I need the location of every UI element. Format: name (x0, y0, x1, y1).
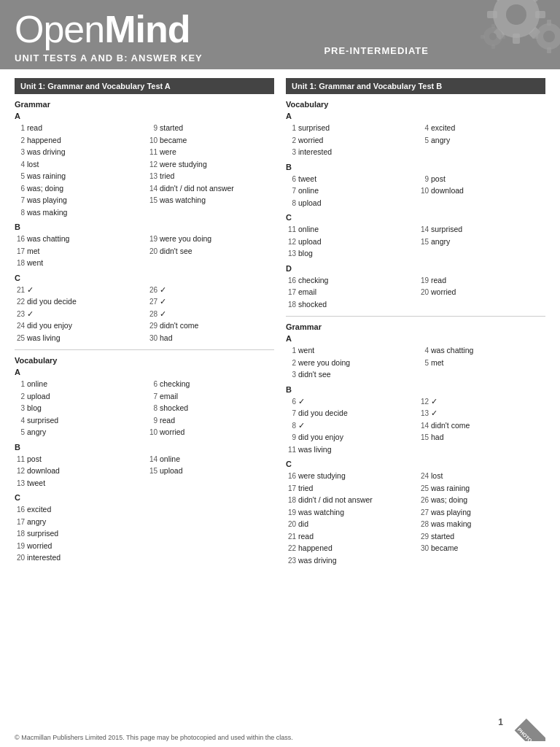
answer-num: 11 (286, 224, 296, 236)
answer-num: 3 (286, 369, 296, 381)
answer-item: 19were you doing (147, 233, 274, 245)
answer-item: 17met (15, 245, 141, 258)
answer-val: ✓ (27, 308, 34, 320)
vocab-b-section-c-label: C (286, 213, 545, 222)
answer-val: went (298, 344, 314, 356)
answer-num: 12 (419, 396, 429, 408)
answer-val: read (160, 414, 175, 426)
answer-item: 27✓ (147, 295, 274, 308)
answer-item: 19was watching (286, 506, 413, 519)
answer-num: 2 (15, 135, 25, 147)
answer-item: 26was; doing (419, 494, 545, 506)
answer-item: 13tried (147, 170, 274, 182)
answer-num: 12 (15, 465, 25, 477)
answer-val: interested (298, 146, 332, 158)
vocab-label-a: Vocabulary (15, 356, 274, 365)
answer-item: 23was driving (286, 554, 413, 567)
answer-num: 6 (286, 174, 296, 185)
answer-val: worried (431, 286, 456, 298)
answer-item: 2were you doing (286, 357, 413, 369)
test-b-header: Unit 1: Grammar and Vocabulary Test B (286, 78, 545, 94)
answer-num: 29 (147, 320, 158, 332)
answer-item: 5met (419, 357, 545, 369)
answer-item: 11post (15, 453, 141, 465)
answer-val: download (431, 185, 464, 196)
svg-rect-13 (547, 47, 551, 53)
answer-num: 4 (419, 345, 429, 357)
answer-val: was playing (431, 506, 471, 518)
test-a-column: Unit 1: Grammar and Vocabulary Test A Gr… (15, 78, 274, 570)
answer-item: 1online (15, 378, 141, 390)
answer-item: 14didn't / did not answer (147, 182, 274, 195)
grammar-a-section-b-label: B (15, 222, 274, 231)
answer-item: 11online (286, 223, 413, 236)
answer-item: 16were studying (286, 470, 413, 482)
answer-num: 1 (15, 379, 25, 390)
grammar-a-sectionB-answers: 16was chatting17met18went 19were you doi… (15, 233, 274, 269)
answer-num: 16 (286, 275, 296, 287)
answer-item: 20did (286, 518, 413, 530)
answer-item: 6tweet (286, 173, 413, 185)
answer-item: 2worried (286, 134, 413, 147)
answer-val: angry (431, 236, 450, 247)
answer-item: 14surprised (419, 223, 545, 236)
answer-num: 14 (419, 224, 429, 236)
answer-item: 25was living (15, 332, 141, 344)
answer-num: 17 (286, 483, 296, 495)
answer-item: 26✓ (147, 284, 274, 296)
answer-val: didn't see (160, 245, 192, 257)
answer-item: 4was chatting (419, 344, 545, 357)
answer-val: upload (27, 390, 50, 402)
answer-num: 28 (419, 519, 429, 530)
photocopiable-badge-container: PHOTOCOPIABLE (508, 703, 545, 741)
answer-val: ✓ (298, 395, 305, 407)
answer-num: 3 (15, 147, 25, 158)
grammar-b-sectionB-left: 6✓7did you decide8✓9did you enjoy11was l… (286, 395, 413, 456)
answer-num: 10 (147, 135, 158, 147)
answer-num: 4 (419, 123, 429, 134)
answer-val: worried (27, 540, 52, 551)
answer-item: 10download (419, 185, 545, 197)
answer-num: 9 (147, 123, 158, 134)
answer-num: 17 (286, 287, 296, 298)
footer-page: 1 (498, 717, 503, 727)
answer-item: 15angry (419, 236, 545, 248)
answer-num: 17 (15, 516, 25, 528)
vocab-a-sectionA-left: 1online2upload3blog4surprised5angry (15, 378, 141, 438)
answer-val: was making (27, 206, 67, 218)
answer-num: 2 (286, 357, 296, 369)
answer-val: surprised (298, 122, 330, 133)
answer-num: 27 (147, 296, 158, 308)
grammar-b-section-c-label: C (286, 460, 545, 468)
answer-num: 12 (147, 159, 158, 171)
logo-open: Open (15, 7, 104, 51)
answer-num: 6 (15, 183, 25, 195)
answer-item: 9read (147, 414, 274, 427)
grammar-b-sectionB-right: 12✓13✓14didn't come15had (419, 395, 545, 456)
vocab-b-sectionB-left: 6tweet7online8upload (286, 173, 413, 209)
vocab-b-sectionA-left: 1surprised2worried3interested (286, 122, 413, 158)
answer-item: 12were studying (147, 158, 274, 171)
answer-num: 20 (15, 552, 25, 564)
answer-val: was; doing (27, 182, 63, 194)
footer-copyright: © Macmillan Publishers Limited 2015. Thi… (15, 734, 293, 741)
answer-item: 29didn't come (147, 320, 274, 332)
answer-num: 26 (419, 495, 429, 506)
answer-val: was driving (27, 146, 66, 158)
answer-num: 8 (286, 198, 296, 209)
grammar-a-sectionC-answers: 21✓22did you decide23✓24did you enjoy25w… (15, 284, 274, 344)
answer-val: online (298, 185, 319, 196)
header-level: PRE-INTERMEDIATE (324, 45, 429, 56)
answer-num: 20 (419, 287, 429, 298)
answer-item: 27was playing (419, 506, 545, 519)
answer-val: ✓ (160, 308, 166, 320)
vocab-label-b: Vocabulary (286, 100, 545, 109)
answer-item: 4surprised (15, 414, 141, 427)
vocab-b-sectionB-right: 9post10download (419, 173, 545, 209)
answer-val: started (431, 530, 454, 542)
answer-item: 30became (419, 542, 545, 554)
answer-item: 18shocked (286, 298, 413, 311)
grammar-a-sectionB-right: 19were you doing20didn't see (147, 233, 274, 269)
vocab-a-sectionA-answers: 1online2upload3blog4surprised5angry 6che… (15, 378, 274, 438)
main-content: Unit 1: Grammar and Vocabulary Test A Gr… (0, 69, 560, 585)
